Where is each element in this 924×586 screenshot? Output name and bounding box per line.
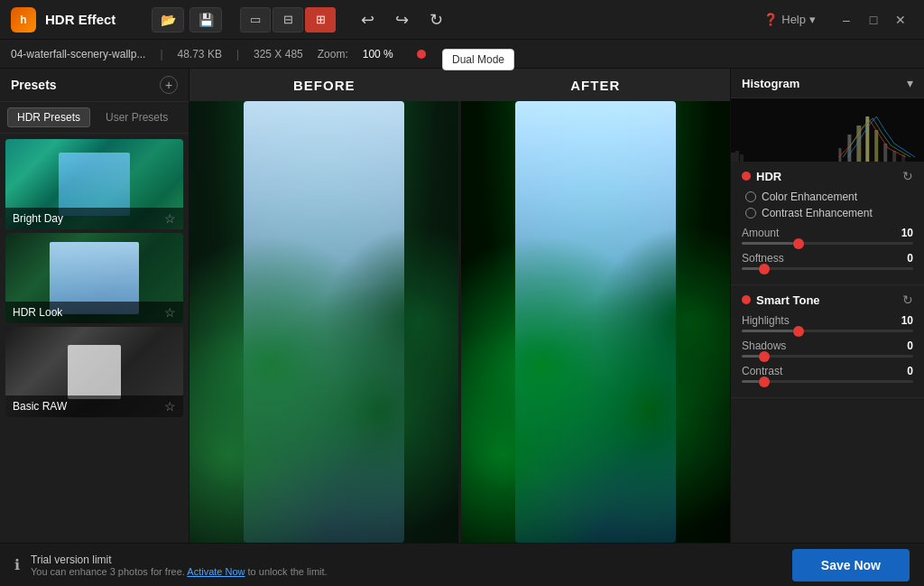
contrast-fill	[742, 380, 759, 383]
highlights-thumb[interactable]	[793, 326, 804, 337]
after-label: AFTER	[461, 78, 731, 93]
before-label: BEFORE	[189, 78, 459, 93]
titlebar-tools: 📂 💾	[152, 7, 222, 33]
preset-label-text: HDR Look	[13, 306, 62, 319]
contrast-param: Contrast 0	[742, 365, 913, 383]
canvas-images[interactable]	[189, 101, 730, 543]
contrast-thumb[interactable]	[759, 377, 770, 387]
star-icon[interactable]: ☆	[164, 305, 176, 320]
shadows-thumb[interactable]	[759, 351, 770, 362]
undo-button[interactable]: ↩	[354, 7, 381, 33]
histogram-chart	[731, 98, 924, 162]
amount-value: 10	[901, 227, 913, 239]
user-presets-tab[interactable]: User Presets	[96, 107, 178, 127]
list-item[interactable]: Bright Day ☆	[5, 139, 183, 229]
softness-thumb[interactable]	[759, 264, 770, 274]
presets-sidebar: Presets + HDR Presets User Presets Brigh…	[0, 69, 189, 543]
highlights-slider[interactable]	[742, 330, 913, 332]
smart-tone-dot[interactable]	[742, 295, 751, 304]
softness-param: Softness 0	[742, 252, 913, 270]
main-area: Presets + HDR Presets User Presets Brigh…	[0, 69, 924, 543]
zoom-label: Zoom:	[318, 48, 348, 60]
titlebar: h HDR Effect 📂 💾 ▭ ⊟ ⊞ ↩ ↪ ↻ ❓ Help ▾ – …	[0, 0, 924, 40]
svg-rect-3	[740, 154, 744, 162]
softness-fill	[742, 267, 759, 270]
histogram-collapse[interactable]: ▾	[907, 76, 913, 90]
add-preset-button[interactable]: +	[160, 76, 178, 94]
radio-circle	[745, 191, 756, 202]
amount-slider[interactable]	[742, 242, 913, 245]
hdr-dot[interactable]	[742, 172, 751, 181]
preset-label-text: Bright Day	[13, 212, 63, 225]
maximize-button[interactable]: □	[861, 9, 886, 31]
presets-header: Presets +	[0, 69, 189, 102]
minimize-button[interactable]: –	[834, 9, 859, 31]
after-canvas	[461, 101, 730, 543]
highlights-param: Highlights 10	[742, 314, 913, 332]
refresh-button[interactable]: ↻	[422, 7, 449, 33]
filename: 04-waterfall-scenery-wallp...	[11, 48, 145, 60]
action-buttons: ↩ ↪ ↻	[354, 7, 449, 33]
redo-button[interactable]: ↪	[388, 7, 415, 33]
star-icon[interactable]: ☆	[164, 399, 176, 414]
histogram-svg	[731, 98, 924, 162]
amount-fill	[742, 242, 793, 245]
help-chevron: ▾	[809, 13, 816, 26]
shadows-value: 0	[907, 340, 913, 352]
trial-submessage: You can enhance 3 photos for free. Activ…	[31, 566, 328, 577]
dimensions: 325 X 485	[254, 48, 303, 60]
help-area[interactable]: ❓ Help ▾	[763, 13, 816, 26]
help-label: Help	[781, 13, 806, 26]
amount-param: Amount 10	[742, 227, 913, 245]
info-icon: ℹ	[14, 556, 20, 573]
zoom-value: 100 %	[363, 48, 393, 60]
save-now-button[interactable]: Save Now	[792, 549, 910, 581]
preset-label-text: Basic RAW	[13, 400, 67, 413]
smart-tone-label: Smart Tone	[756, 293, 897, 307]
amount-label: Amount	[742, 227, 779, 239]
hdr-reset[interactable]: ↻	[902, 169, 913, 183]
dual-mode-button[interactable]: ⊞	[305, 7, 336, 33]
filesize: 48.73 KB	[178, 48, 222, 60]
histogram-header: Histogram ▾	[731, 69, 924, 98]
trial-message: Trial version limit	[31, 553, 328, 566]
hdr-presets-tab[interactable]: HDR Presets	[7, 107, 90, 127]
shadows-param: Shadows 0	[742, 340, 913, 358]
side-by-side-button[interactable]: ⊟	[273, 7, 303, 33]
hdr-label: HDR	[756, 170, 897, 183]
star-icon[interactable]: ☆	[164, 211, 176, 226]
hdr-section: HDR ↻ Color Enhancement Contrast Enhance…	[731, 162, 924, 285]
app-logo: h	[11, 7, 36, 33]
highlights-label: Highlights	[742, 314, 790, 327]
single-view-button[interactable]: ▭	[240, 7, 271, 33]
activate-link[interactable]: Activate Now	[187, 566, 245, 577]
canvas-area: BEFORE AFTER	[189, 69, 730, 543]
open-button[interactable]: 📂	[152, 7, 184, 33]
histogram-title: Histogram	[742, 77, 799, 90]
presets-title: Presets	[11, 78, 57, 92]
list-item[interactable]: Basic RAW ☆	[5, 327, 183, 417]
export-button[interactable]: 💾	[189, 7, 222, 33]
color-enhancement-option[interactable]: Color Enhancement	[745, 191, 913, 203]
dual-mode-tooltip: Dual Mode	[442, 49, 514, 70]
svg-rect-1	[731, 153, 735, 162]
close-button[interactable]: ✕	[888, 9, 913, 31]
contrast-enhancement-label: Contrast Enhancement	[762, 207, 873, 219]
list-item[interactable]: HDR Look ☆	[5, 233, 183, 323]
contrast-value: 0	[907, 365, 913, 377]
shadows-slider[interactable]	[742, 355, 913, 358]
contrast-slider[interactable]	[742, 380, 913, 383]
before-canvas	[189, 101, 458, 543]
app-title: HDR Effect	[45, 12, 116, 27]
right-panel: Histogram ▾	[730, 69, 924, 543]
softness-slider[interactable]	[742, 267, 913, 270]
contrast-enhancement-option[interactable]: Contrast Enhancement	[745, 207, 913, 219]
smart-tone-reset[interactable]: ↻	[902, 293, 913, 307]
shadows-fill	[742, 355, 759, 358]
presets-list: Bright Day ☆ HDR Look ☆ Basic RAW ☆	[0, 134, 189, 543]
amount-thumb[interactable]	[793, 238, 804, 249]
smart-tone-header: Smart Tone ↻	[742, 293, 913, 307]
svg-rect-8	[874, 130, 878, 162]
radio-circle	[745, 208, 756, 219]
trial-info: Trial version limit You can enhance 3 ph…	[31, 553, 328, 577]
